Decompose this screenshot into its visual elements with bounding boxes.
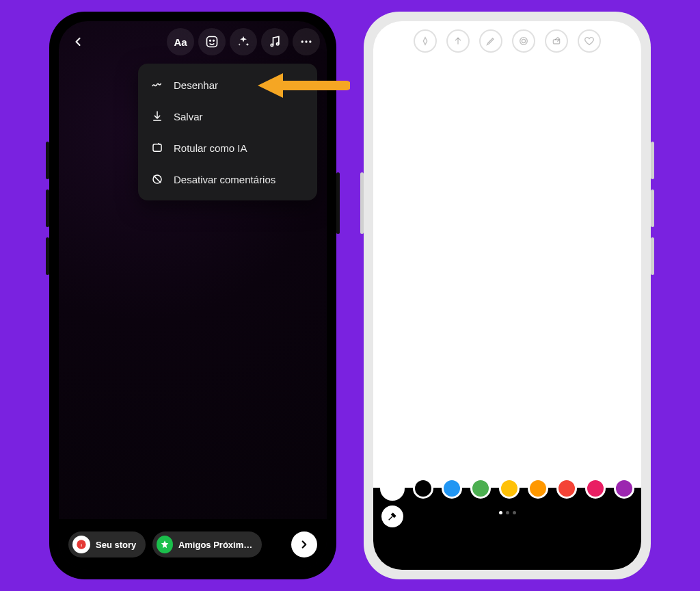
chevron-left-icon <box>71 35 85 49</box>
palette-page-dots <box>373 511 641 514</box>
menu-item-label: Desenhar <box>174 79 218 91</box>
brush-toolbar <box>373 21 641 53</box>
draw-bottom-bar <box>373 488 641 570</box>
menu-item-save[interactable]: Salvar <box>138 101 317 132</box>
back-button[interactable] <box>66 29 90 54</box>
story-top-toolbar: Aa <box>59 21 327 55</box>
marker-icon <box>420 36 431 47</box>
close-friends-star-icon <box>157 536 173 553</box>
svg-point-3 <box>271 44 273 46</box>
effects-tool-button[interactable] <box>230 28 257 55</box>
text-tool-button[interactable]: Aa <box>167 28 194 55</box>
chevron-right-icon <box>298 538 310 551</box>
brush-highlighter-button[interactable] <box>479 29 502 53</box>
color-swatch-green[interactable] <box>470 478 491 499</box>
menu-item-label: Desativar comentários <box>174 174 275 185</box>
volume-button <box>651 142 654 179</box>
power-button <box>360 172 364 234</box>
power-button <box>336 172 340 234</box>
color-swatch-blue[interactable] <box>442 478 462 499</box>
avatar-icon: i <box>72 536 90 553</box>
color-swatch-purple[interactable] <box>614 478 634 499</box>
svg-line-10 <box>154 176 161 183</box>
volume-button <box>46 237 49 275</box>
eraser-icon <box>551 36 562 47</box>
color-swatch-black[interactable] <box>413 478 433 499</box>
svg-rect-8 <box>153 144 161 152</box>
svg-point-7 <box>309 40 311 42</box>
menu-item-draw[interactable]: Desenhar <box>138 69 317 101</box>
volume-button <box>651 189 654 227</box>
chip-label: Amigos Próxim… <box>178 540 252 550</box>
story-editor-screen: Aa Desen <box>59 21 327 570</box>
volume-button <box>651 237 654 275</box>
chip-label: Seu story <box>96 540 136 550</box>
more-horizontal-icon <box>299 35 313 49</box>
menu-item-label: Rotular como IA <box>174 142 247 154</box>
color-palette <box>373 478 641 501</box>
brush-eraser-button[interactable] <box>545 29 568 53</box>
color-swatch-yellow[interactable] <box>499 478 520 499</box>
neon-icon <box>518 36 529 47</box>
music-tool-button[interactable] <box>261 28 288 55</box>
color-swatch-red[interactable] <box>556 478 577 499</box>
svg-point-6 <box>305 40 307 42</box>
menu-item-disable-comments[interactable]: Desativar comentários <box>138 163 317 195</box>
arrow-up-icon <box>453 36 463 47</box>
svg-point-2 <box>213 40 215 42</box>
color-swatch-pink[interactable] <box>585 478 606 499</box>
page-dot <box>499 511 502 514</box>
svg-point-1 <box>210 40 211 42</box>
brush-heart-button[interactable] <box>578 29 601 53</box>
page-dot <box>513 511 516 514</box>
brush-neon-button[interactable] <box>512 29 535 53</box>
highlighter-icon <box>485 36 496 47</box>
heart-icon <box>584 36 595 47</box>
svg-rect-0 <box>207 37 217 47</box>
more-options-menu: Desenhar Salvar Rotular como IA Desativa… <box>138 64 317 200</box>
volume-button <box>46 189 49 227</box>
close-friends-chip[interactable]: Amigos Próxim… <box>152 531 262 557</box>
eyedropper-button[interactable] <box>381 505 403 527</box>
volume-button <box>46 142 49 179</box>
menu-item-label: Salvar <box>174 111 203 122</box>
color-swatch-white[interactable] <box>380 476 405 501</box>
svg-point-15 <box>522 39 525 42</box>
disable-comments-icon <box>150 173 164 185</box>
sparkle-icon <box>237 35 250 49</box>
story-share-bar: i Seu story Amigos Próxim… <box>59 519 327 570</box>
phone-frame-right <box>364 12 651 579</box>
next-button[interactable] <box>291 531 317 557</box>
text-tool-icon: Aa <box>174 36 187 48</box>
more-tool-button[interactable] <box>293 28 320 55</box>
draw-mode-screen <box>373 21 641 570</box>
squiggle-icon <box>150 79 164 91</box>
svg-point-5 <box>301 40 304 42</box>
sticker-tool-button[interactable] <box>198 28 226 55</box>
color-swatch-orange[interactable] <box>528 478 548 499</box>
sticker-icon <box>205 35 219 49</box>
menu-item-label-ai[interactable]: Rotular como IA <box>138 132 317 163</box>
svg-point-4 <box>277 43 279 45</box>
brush-arrow-button[interactable] <box>446 29 470 53</box>
svg-point-16 <box>520 38 528 45</box>
label-ai-icon <box>150 142 164 154</box>
phone-frame-left: Aa Desen <box>49 12 336 579</box>
story-tool-row: Aa <box>167 28 320 55</box>
download-icon <box>150 110 164 122</box>
music-icon <box>268 35 282 49</box>
page-dot <box>506 511 509 514</box>
your-story-chip[interactable]: i Seu story <box>68 531 146 557</box>
brush-marker-button[interactable] <box>414 29 437 53</box>
